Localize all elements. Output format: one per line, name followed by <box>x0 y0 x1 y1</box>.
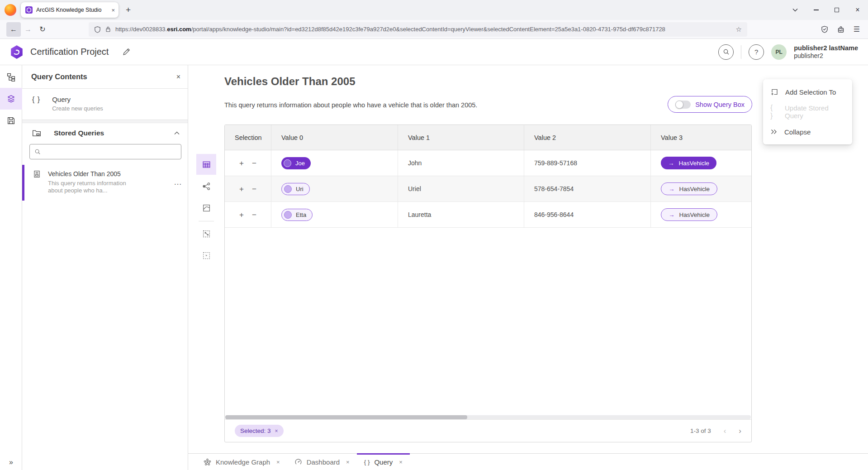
chip-close-icon[interactable]: × <box>275 428 278 434</box>
user-name: publisher2 lastName <box>794 44 858 52</box>
layers-view-icon[interactable] <box>0 88 22 110</box>
minimize-button[interactable] <box>806 0 826 20</box>
tab-close-icon[interactable]: × <box>111 7 115 14</box>
query-item-subtitle: Create new queries <box>52 105 103 112</box>
project-hierarchy-icon[interactable] <box>0 66 22 88</box>
row-add-button[interactable]: + <box>239 185 244 193</box>
stored-queries-header[interactable]: Stored Queries <box>22 123 188 143</box>
header-divider <box>741 45 741 59</box>
reload-button[interactable]: ↻ <box>35 22 50 37</box>
horizontal-scrollbar[interactable] <box>225 415 751 419</box>
back-button[interactable]: ← <box>6 22 21 37</box>
toggle-track[interactable] <box>675 101 691 109</box>
url-bar[interactable]: https://dev0028833.esri.com/portal/apps/… <box>89 22 747 37</box>
show-query-box-toggle[interactable]: Show Query Box <box>668 96 752 113</box>
project-title: Certification Project <box>30 47 109 57</box>
stored-query-doc-icon <box>33 170 41 178</box>
selected-count-chip[interactable]: Selected: 3 × <box>235 425 284 437</box>
table-header: Selection Value 0 Value 1 Value 2 Value … <box>225 125 751 150</box>
search-input[interactable] <box>44 149 176 155</box>
entity-pill[interactable]: Joe <box>281 157 311 169</box>
tab-close-icon[interactable]: × <box>276 459 280 465</box>
pagination-range: 1-3 of 3 <box>690 427 711 434</box>
page-description: This query returns information about peo… <box>224 101 477 109</box>
user-avatar[interactable]: PL <box>771 44 787 60</box>
braces-icon: { } <box>364 459 370 465</box>
tab-query[interactable]: { } Query × <box>357 454 410 470</box>
folder-icon <box>32 129 41 137</box>
row-add-button[interactable]: + <box>239 159 244 167</box>
column-header-value2: Value 2 <box>524 125 650 150</box>
entity-dot-icon <box>284 211 292 219</box>
toggle-knob <box>675 101 683 109</box>
search-button[interactable] <box>718 44 734 60</box>
scrollbar-thumb[interactable] <box>225 415 467 419</box>
extensions-puzzle-icon[interactable] <box>837 26 844 33</box>
row-remove-button[interactable]: − <box>252 211 256 219</box>
app-logo-icon <box>10 45 24 59</box>
close-window-button[interactable]: × <box>847 0 868 20</box>
expand-rail-icon[interactable]: » <box>0 458 22 466</box>
query-item[interactable]: { } Query Create new queries <box>22 89 188 120</box>
query-viewer-content: Vehicles Older Than 2005 This query retu… <box>188 65 868 453</box>
browser-window: ArcGIS Knowledge Studio × + × ← → ↻ http… <box>0 0 868 470</box>
row-remove-button[interactable]: − <box>252 159 256 167</box>
knowledge-graph-icon <box>204 458 211 466</box>
edit-title-pencil-icon[interactable] <box>122 48 131 56</box>
tab-dashboard[interactable]: Dashboard × <box>287 454 357 470</box>
tab-knowledge-graph[interactable]: Knowledge Graph × <box>196 454 287 470</box>
stored-query-title: Vehicles Older Than 2005 <box>48 170 138 177</box>
lock-icon[interactable] <box>105 26 111 33</box>
stored-query-item[interactable]: Vehicles Older Than 2005 This query retu… <box>22 165 188 201</box>
tab-close-icon[interactable]: × <box>399 459 403 465</box>
entity-pill[interactable]: Uri <box>281 183 310 195</box>
link-chart-view-icon[interactable] <box>196 176 216 197</box>
tab-label: Query <box>374 458 393 466</box>
tab-list-chevron-icon[interactable] <box>785 0 806 20</box>
column-header-selection: Selection <box>225 125 271 150</box>
permissions-shield-icon[interactable] <box>821 25 828 33</box>
user-info[interactable]: publisher2 lastName publisher2 <box>794 44 858 60</box>
row-add-button[interactable]: + <box>239 211 244 219</box>
new-selection-icon[interactable] <box>196 245 216 266</box>
relationship-pill[interactable]: →HasVehicle <box>661 157 716 169</box>
view-toolbar <box>196 154 216 267</box>
relationship-pill[interactable]: →HasVehicle <box>661 208 717 221</box>
item-options-ellipsis-icon[interactable]: … <box>174 177 182 187</box>
hamburger-menu-icon[interactable]: ☰ <box>854 25 860 34</box>
arcgis-favicon-icon <box>25 6 33 14</box>
add-to-link-chart-icon[interactable] <box>196 223 216 244</box>
maximize-button[interactable] <box>826 0 847 20</box>
menu-label: Update Stored Query <box>785 104 845 120</box>
menu-item-add-selection-to[interactable]: Add Selection To <box>763 82 852 102</box>
braces-icon: { } <box>32 96 40 104</box>
panel-close-icon[interactable]: × <box>176 73 180 81</box>
menu-item-update-stored-query: { } Update Stored Query <box>763 102 852 122</box>
page-previous-icon[interactable]: ‹ <box>724 427 726 436</box>
relationship-pill[interactable]: →HasVehicle <box>661 182 717 195</box>
chevron-up-icon[interactable] <box>174 131 180 135</box>
cell-value2: 759-889-57168 <box>524 150 650 176</box>
tracking-shield-icon[interactable] <box>94 26 101 33</box>
browser-tab[interactable]: ArcGIS Knowledge Studio × <box>21 2 119 18</box>
map-view-icon[interactable] <box>196 197 216 218</box>
save-icon[interactable] <box>0 110 22 131</box>
entity-pill[interactable]: Etta <box>281 209 313 221</box>
table-view-icon[interactable] <box>196 154 216 175</box>
new-tab-button[interactable]: + <box>126 5 131 15</box>
entity-dot-icon <box>284 185 292 193</box>
pagination: 1-3 of 3 ‹ › <box>690 427 741 436</box>
help-button[interactable]: ? <box>749 44 764 60</box>
menu-label: Add Selection To <box>785 88 836 96</box>
header-actions: ? PL publisher2 lastName publisher2 <box>718 44 858 60</box>
forward-button[interactable]: → <box>21 22 35 37</box>
page-next-icon[interactable]: › <box>739 427 741 436</box>
column-header-value3: Value 3 <box>650 125 751 150</box>
braces-icon: { } <box>770 104 778 120</box>
row-remove-button[interactable]: − <box>252 185 256 193</box>
menu-item-collapse[interactable]: Collapse <box>763 122 852 142</box>
tab-close-icon[interactable]: × <box>346 459 350 465</box>
column-header-value1: Value 1 <box>398 125 524 150</box>
bookmark-star-icon[interactable]: ☆ <box>736 25 742 34</box>
stored-queries-search[interactable] <box>29 144 181 159</box>
